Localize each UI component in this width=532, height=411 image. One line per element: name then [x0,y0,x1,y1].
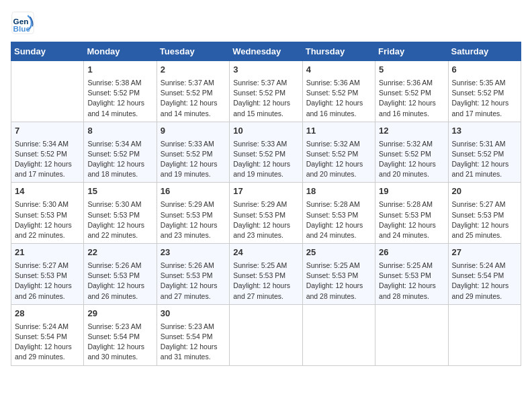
day-number: 19 [379,185,444,198]
day-number: 24 [233,246,298,259]
calendar-cell: 9Sunrise: 5:33 AM Sunset: 5:52 PM Daylig… [157,122,229,183]
day-info: Sunrise: 5:27 AM Sunset: 5:53 PM Dayligh… [452,199,517,240]
day-number: 26 [379,246,444,259]
day-info: Sunrise: 5:25 AM Sunset: 5:53 PM Dayligh… [379,261,444,302]
day-number: 28 [15,308,80,320]
calendar-cell: 30Sunrise: 5:23 AM Sunset: 5:54 PM Dayli… [157,304,229,365]
day-number: 15 [87,185,152,198]
calendar-cell: 24Sunrise: 5:25 AM Sunset: 5:53 PM Dayli… [230,244,302,305]
day-number: 6 [452,64,517,77]
calendar-cell [11,61,84,122]
calendar-cell: 27Sunrise: 5:24 AM Sunset: 5:54 PM Dayli… [448,244,521,305]
logo-icon: Gen Blue [11,11,35,35]
day-info: Sunrise: 5:34 AM Sunset: 5:52 PM Dayligh… [87,139,152,180]
weekday-header: Saturday [448,42,521,61]
day-number: 9 [161,125,226,138]
weekday-header: Monday [84,42,157,61]
calendar-cell: 15Sunrise: 5:30 AM Sunset: 5:53 PM Dayli… [84,183,157,244]
calendar-cell [375,304,448,365]
day-info: Sunrise: 5:34 AM Sunset: 5:52 PM Dayligh… [15,139,80,180]
day-info: Sunrise: 5:31 AM Sunset: 5:52 PM Dayligh… [452,139,517,180]
day-info: Sunrise: 5:30 AM Sunset: 5:53 PM Dayligh… [87,199,152,240]
day-info: Sunrise: 5:27 AM Sunset: 5:53 PM Dayligh… [15,261,80,302]
day-info: Sunrise: 5:29 AM Sunset: 5:53 PM Dayligh… [161,199,226,240]
day-number: 17 [233,185,298,198]
calendar-week-row: 7Sunrise: 5:34 AM Sunset: 5:52 PM Daylig… [11,122,521,183]
day-info: Sunrise: 5:37 AM Sunset: 5:52 PM Dayligh… [233,78,298,119]
day-number: 7 [15,125,80,138]
day-info: Sunrise: 5:32 AM Sunset: 5:52 PM Dayligh… [306,139,371,180]
calendar-cell: 20Sunrise: 5:27 AM Sunset: 5:53 PM Dayli… [448,183,521,244]
calendar-cell: 13Sunrise: 5:31 AM Sunset: 5:52 PM Dayli… [448,122,521,183]
calendar-cell: 10Sunrise: 5:33 AM Sunset: 5:52 PM Dayli… [230,122,302,183]
day-info: Sunrise: 5:37 AM Sunset: 5:52 PM Dayligh… [161,78,226,119]
calendar-cell: 5Sunrise: 5:36 AM Sunset: 5:52 PM Daylig… [375,61,448,122]
day-number: 14 [15,185,80,198]
weekday-header: Thursday [302,42,375,61]
day-number: 2 [161,64,226,77]
calendar-cell [448,304,521,365]
calendar-cell: 18Sunrise: 5:28 AM Sunset: 5:53 PM Dayli… [302,183,375,244]
day-number: 22 [87,246,152,259]
calendar-cell: 19Sunrise: 5:28 AM Sunset: 5:53 PM Dayli… [375,183,448,244]
day-number: 13 [452,125,517,138]
day-number: 21 [15,246,80,259]
day-number: 11 [306,125,371,138]
weekday-header: Tuesday [157,42,229,61]
weekday-header: Friday [375,42,448,61]
calendar-cell: 11Sunrise: 5:32 AM Sunset: 5:52 PM Dayli… [302,122,375,183]
calendar-cell: 23Sunrise: 5:26 AM Sunset: 5:53 PM Dayli… [157,244,229,305]
day-info: Sunrise: 5:26 AM Sunset: 5:53 PM Dayligh… [161,261,226,302]
day-number: 5 [379,64,444,77]
calendar-cell: 7Sunrise: 5:34 AM Sunset: 5:52 PM Daylig… [11,122,84,183]
calendar-cell: 6Sunrise: 5:35 AM Sunset: 5:52 PM Daylig… [448,61,521,122]
day-info: Sunrise: 5:33 AM Sunset: 5:52 PM Dayligh… [161,139,226,180]
day-info: Sunrise: 5:23 AM Sunset: 5:54 PM Dayligh… [87,322,152,363]
calendar-cell: 8Sunrise: 5:34 AM Sunset: 5:52 PM Daylig… [84,122,157,183]
calendar-table: SundayMondayTuesdayWednesdayThursdayFrid… [11,42,521,366]
day-number: 8 [87,125,152,138]
day-info: Sunrise: 5:26 AM Sunset: 5:53 PM Dayligh… [87,261,152,302]
calendar-cell: 28Sunrise: 5:24 AM Sunset: 5:54 PM Dayli… [11,304,84,365]
weekday-header: Sunday [11,42,84,61]
calendar-cell: 25Sunrise: 5:25 AM Sunset: 5:53 PM Dayli… [302,244,375,305]
weekday-header-row: SundayMondayTuesdayWednesdayThursdayFrid… [11,42,521,61]
calendar-week-row: 21Sunrise: 5:27 AM Sunset: 5:53 PM Dayli… [11,244,521,305]
day-info: Sunrise: 5:25 AM Sunset: 5:53 PM Dayligh… [233,261,298,302]
calendar-cell: 22Sunrise: 5:26 AM Sunset: 5:53 PM Dayli… [84,244,157,305]
day-number: 18 [306,185,371,198]
day-number: 30 [161,308,226,320]
calendar-cell: 26Sunrise: 5:25 AM Sunset: 5:53 PM Dayli… [375,244,448,305]
day-number: 29 [87,308,152,320]
calendar-week-row: 1Sunrise: 5:38 AM Sunset: 5:52 PM Daylig… [11,61,521,122]
day-number: 16 [161,185,226,198]
day-number: 25 [306,246,371,259]
calendar-cell: 14Sunrise: 5:30 AM Sunset: 5:53 PM Dayli… [11,183,84,244]
calendar-cell: 17Sunrise: 5:29 AM Sunset: 5:53 PM Dayli… [230,183,302,244]
logo: Gen Blue [11,11,39,35]
day-info: Sunrise: 5:32 AM Sunset: 5:52 PM Dayligh… [379,139,444,180]
day-info: Sunrise: 5:35 AM Sunset: 5:52 PM Dayligh… [452,78,517,119]
day-number: 3 [233,64,298,77]
calendar-cell [302,304,375,365]
calendar-cell: 16Sunrise: 5:29 AM Sunset: 5:53 PM Dayli… [157,183,229,244]
day-info: Sunrise: 5:38 AM Sunset: 5:52 PM Dayligh… [87,78,152,119]
day-number: 27 [452,246,517,259]
day-number: 12 [379,125,444,138]
calendar-cell: 3Sunrise: 5:37 AM Sunset: 5:52 PM Daylig… [230,61,302,122]
calendar-cell: 4Sunrise: 5:36 AM Sunset: 5:52 PM Daylig… [302,61,375,122]
day-info: Sunrise: 5:25 AM Sunset: 5:53 PM Dayligh… [306,261,371,302]
weekday-header: Wednesday [230,42,302,61]
calendar-cell: 12Sunrise: 5:32 AM Sunset: 5:52 PM Dayli… [375,122,448,183]
day-info: Sunrise: 5:24 AM Sunset: 5:54 PM Dayligh… [15,322,80,363]
day-number: 23 [161,246,226,259]
calendar-cell: 1Sunrise: 5:38 AM Sunset: 5:52 PM Daylig… [84,61,157,122]
svg-text:Blue: Blue [13,24,31,33]
calendar-week-row: 14Sunrise: 5:30 AM Sunset: 5:53 PM Dayli… [11,183,521,244]
day-number: 20 [452,185,517,198]
day-info: Sunrise: 5:30 AM Sunset: 5:53 PM Dayligh… [15,199,80,240]
day-info: Sunrise: 5:24 AM Sunset: 5:54 PM Dayligh… [452,261,517,302]
day-info: Sunrise: 5:28 AM Sunset: 5:53 PM Dayligh… [306,199,371,240]
day-number: 4 [306,64,371,77]
day-number: 10 [233,125,298,138]
